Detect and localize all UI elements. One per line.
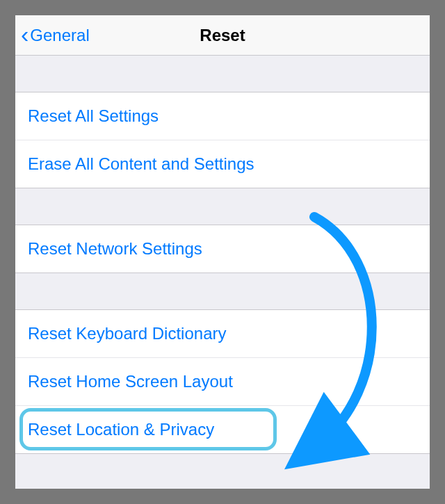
back-button[interactable]: ‹ General xyxy=(21,25,90,46)
navbar: ‹ General Reset xyxy=(15,15,430,56)
row-label: Erase All Content and Settings xyxy=(28,154,254,173)
row-reset-location-privacy[interactable]: Reset Location & Privacy xyxy=(15,405,430,453)
row-label: Reset Keyboard Dictionary xyxy=(28,324,226,343)
row-label: Reset All Settings xyxy=(28,106,159,125)
row-reset-all-settings[interactable]: Reset All Settings xyxy=(15,92,430,140)
row-erase-all-content[interactable]: Erase All Content and Settings xyxy=(15,140,430,188)
section-spacer xyxy=(15,273,430,309)
group-3: Reset Keyboard Dictionary Reset Home Scr… xyxy=(15,309,430,454)
settings-screen: ‹ General Reset Reset All Settings Erase… xyxy=(15,15,430,489)
back-label: General xyxy=(30,26,89,45)
chevron-left-icon: ‹ xyxy=(21,22,29,46)
row-reset-keyboard-dictionary[interactable]: Reset Keyboard Dictionary xyxy=(15,310,430,357)
row-label: Reset Home Screen Layout xyxy=(28,372,233,391)
group-1: Reset All Settings Erase All Content and… xyxy=(15,92,430,188)
row-label: Reset Network Settings xyxy=(28,239,202,258)
section-spacer xyxy=(15,188,430,225)
row-reset-home-screen-layout[interactable]: Reset Home Screen Layout xyxy=(15,357,430,405)
group-2: Reset Network Settings xyxy=(15,225,430,273)
section-spacer xyxy=(15,56,430,92)
row-label: Reset Location & Privacy xyxy=(28,420,214,439)
row-reset-network-settings[interactable]: Reset Network Settings xyxy=(15,225,430,273)
